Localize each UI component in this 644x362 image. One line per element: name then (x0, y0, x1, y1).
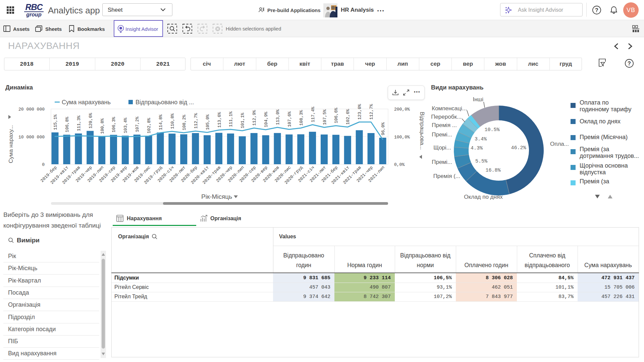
svg-text:106,6%: 106,6% (334, 108, 339, 123)
svg-text:110,8%: 110,8% (170, 113, 175, 129)
svg-text:108,3%: 108,3% (299, 110, 304, 126)
svg-text:112,7%: 112,7% (194, 113, 199, 129)
svg-text:113,6%: 113,6% (217, 112, 222, 128)
svg-text:?: ? (595, 7, 598, 13)
svg-text:106,3%: 106,3% (112, 117, 117, 132)
svg-text:0: 0 (42, 162, 45, 167)
svg-text:20 000 000: 20 000 000 (18, 107, 45, 112)
svg-text:101,1%: 101,1% (240, 113, 245, 128)
svg-text:104,9%: 104,9% (264, 112, 269, 127)
svg-text:103,4%: 103,4% (123, 118, 128, 133)
svg-text:123,0%: 123,0% (357, 104, 362, 120)
svg-text:114,8%: 114,8% (158, 114, 163, 130)
svg-text:117,4%: 117,4% (311, 107, 316, 122)
svg-text:107,2%: 107,2% (135, 117, 140, 132)
svg-text:10 000 000: 10 000 000 (18, 135, 45, 140)
svg-text:105,0%: 105,0% (205, 114, 210, 130)
svg-text:Відпрацьова...: Відпрацьова... (419, 112, 425, 150)
svg-text:112,9%: 112,9% (252, 110, 257, 126)
svg-text:111,3%: 111,3% (76, 115, 82, 131)
svg-text:108,2%: 108,2% (182, 115, 187, 130)
svg-text:0,0%: 0,0% (394, 162, 405, 167)
svg-text:112,7%: 112,7% (369, 104, 374, 120)
svg-text:100,0%: 100,0% (394, 135, 410, 140)
svg-text:106,8%: 106,8% (65, 117, 70, 132)
svg-text:113,0%: 113,0% (275, 109, 280, 125)
svg-text:102,6%: 102,6% (345, 109, 351, 125)
svg-text:107,5%: 107,5% (322, 109, 327, 125)
svg-text:120,6%: 120,6% (88, 113, 93, 128)
svg-text:107,6%: 107,6% (287, 111, 292, 127)
svg-text:115,1%: 115,1% (53, 114, 58, 130)
svg-text:200,0%: 200,0% (394, 107, 410, 112)
svg-text:96,0%: 96,0% (381, 122, 386, 135)
svg-text:102,8%: 102,8% (147, 118, 152, 133)
svg-text:Сума нараху...: Сума нараху... (8, 125, 14, 163)
svg-text:100,8%: 100,8% (100, 118, 105, 134)
svg-text:?: ? (628, 61, 631, 66)
svg-text:111,1%: 111,1% (228, 111, 233, 127)
